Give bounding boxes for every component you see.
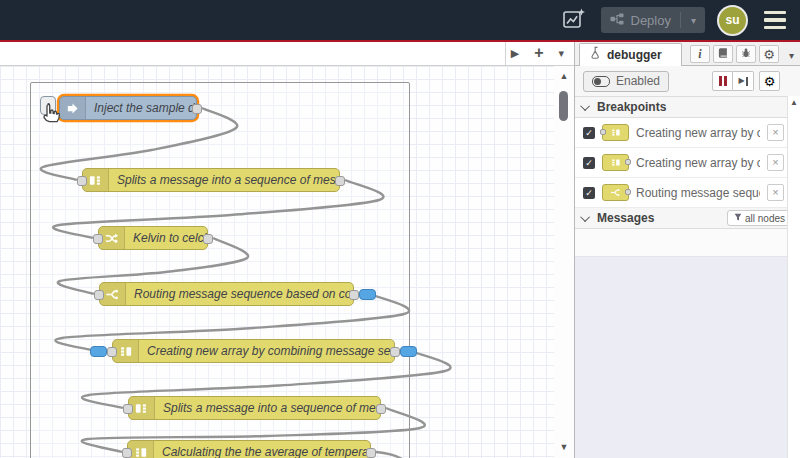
output-port[interactable]: [349, 290, 359, 300]
user-avatar[interactable]: su: [717, 5, 748, 36]
deploy-caret-icon[interactable]: ▾: [688, 15, 699, 26]
port-marker: [600, 129, 606, 135]
debugger-settings-button[interactable]: ⚙: [759, 71, 780, 91]
deploy-label: Deploy: [631, 13, 671, 28]
remove-breakpoint-button[interactable]: ×: [767, 124, 784, 141]
flow-node-split[interactable]: Splits a message into a sequence of mess…: [82, 168, 340, 192]
funnel-icon: [734, 213, 742, 224]
input-port[interactable]: [77, 176, 87, 186]
node-label: Splits a message into a sequence of mess…: [155, 401, 380, 415]
gear-icon: ⚙: [763, 48, 775, 61]
main-menu-button[interactable]: [760, 7, 790, 34]
node-red-app: Deploy ▾ su ▶ + ▾ Inject the sample: [0, 0, 800, 458]
enabled-label: Enabled: [616, 74, 660, 88]
tab-debug-messages[interactable]: [736, 45, 756, 63]
breakpoint-indicator[interactable]: [400, 346, 417, 357]
scroll-down-icon[interactable]: ▼: [554, 442, 574, 452]
workspace: ▶ + ▾ Inject the sample dataSplits a mes…: [0, 42, 575, 458]
sidebar-tabs-caret-icon[interactable]: ▾: [783, 49, 800, 62]
inject-icon: [60, 97, 86, 119]
messages-empty-area: [575, 257, 788, 458]
input-port[interactable]: [122, 448, 132, 458]
scroll-up-icon[interactable]: ▲: [554, 71, 574, 81]
port-marker: [625, 159, 631, 165]
remove-breakpoint-button[interactable]: ×: [767, 154, 784, 171]
flow-canvas[interactable]: Inject the sample dataSplits a message i…: [0, 66, 574, 458]
node-label: Splits a message into a sequence of mess…: [109, 173, 339, 187]
deploy-button[interactable]: Deploy ▾: [601, 7, 706, 33]
breakpoint-checkbox[interactable]: ✓: [583, 127, 595, 139]
output-port[interactable]: [390, 347, 400, 357]
toggle-icon: [592, 76, 610, 87]
flow-node-inject[interactable]: Inject the sample data: [59, 96, 197, 120]
breakpoints-title: Breakpoints: [597, 100, 666, 114]
output-port[interactable]: [366, 448, 376, 458]
deploy-nodes-icon: [610, 11, 624, 29]
filter-all-nodes-button[interactable]: all nodes: [727, 210, 792, 226]
step-icon: ▶: [738, 77, 747, 86]
tab-debugger-label: debugger: [607, 48, 662, 62]
input-port[interactable]: [107, 347, 117, 357]
breakpoint-indicator[interactable]: [90, 346, 107, 357]
input-port[interactable]: [94, 290, 104, 300]
tab-debugger[interactable]: debugger: [579, 43, 682, 66]
scroll-up-icon[interactable]: ▲: [788, 98, 800, 107]
messages-title: Messages: [597, 211, 654, 225]
tabstrip-separator: [505, 42, 506, 65]
sidebar-tabbar: debugger i: [575, 42, 800, 66]
bug-icon: [740, 47, 752, 62]
messages-section-header[interactable]: Messages all nodes: [575, 208, 800, 229]
deploy-separator: [680, 12, 681, 28]
tab-info[interactable]: i: [690, 45, 710, 63]
messages-toolbar-blank: [575, 229, 788, 257]
canvas-scrollbar: ▲ ▼: [554, 66, 574, 458]
flow-node-join[interactable]: Creating new array by combining message …: [112, 339, 395, 363]
node-label: Creating new array by combining message …: [139, 344, 394, 358]
breakpoint-row: ✓Routing message sequence based on condi…: [575, 178, 800, 208]
tab-scroll-right-icon[interactable]: ▶: [509, 48, 521, 59]
breakpoint-label: Creating new array by combining message …: [636, 156, 760, 170]
flow-list-caret-icon[interactable]: ▾: [556, 48, 566, 59]
flow-node-split[interactable]: Splits a message into a sequence of mess…: [128, 396, 381, 420]
join-node-icon: [602, 154, 629, 171]
step-button[interactable]: ▶: [733, 71, 754, 91]
breakpoints-list: ✓Creating new array by combining message…: [575, 118, 800, 208]
debugger-enabled-toggle[interactable]: Enabled: [583, 71, 669, 92]
output-port[interactable]: [192, 104, 202, 114]
flow-node-switch[interactable]: Routing message sequence based on condit…: [99, 282, 354, 306]
book-icon: [717, 47, 729, 62]
node-label: Inject the sample data: [86, 101, 196, 115]
ai-assistant-button[interactable]: [559, 6, 589, 34]
output-port[interactable]: [203, 234, 213, 244]
flow-node-join[interactable]: Calculating the the average of temperatu…: [127, 440, 371, 458]
output-port[interactable]: [335, 176, 345, 186]
sidebar: debugger i: [575, 42, 800, 458]
breakpoint-row: ✓Creating new array by combining message…: [575, 148, 800, 178]
breakpoint-label: Creating new array by combining message …: [636, 126, 760, 140]
menu-icon: [764, 11, 786, 15]
breakpoint-checkbox[interactable]: ✓: [583, 187, 595, 199]
input-port[interactable]: [93, 234, 103, 244]
pause-button[interactable]: [712, 71, 733, 91]
scrollbar-thumb[interactable]: [559, 91, 568, 121]
join-node-icon: [602, 124, 629, 141]
remove-breakpoint-button[interactable]: ×: [767, 184, 784, 201]
tab-help[interactable]: [713, 45, 733, 63]
breakpoints-section-header[interactable]: Breakpoints: [575, 97, 800, 118]
output-port[interactable]: [376, 404, 386, 414]
gear-icon: ⚙: [764, 75, 776, 88]
switch-node-icon: [602, 184, 629, 201]
port-marker: [625, 189, 631, 195]
input-port[interactable]: [123, 404, 133, 414]
header: Deploy ▾ su: [0, 0, 800, 40]
breakpoint-indicator[interactable]: [359, 289, 376, 300]
flow-node-change[interactable]: Kelvin to celcius: [98, 226, 208, 250]
breakpoint-label: Routing message sequence based on condit…: [636, 186, 760, 200]
tab-config-nodes[interactable]: ⚙: [759, 45, 779, 63]
node-label: Routing message sequence based on condit…: [126, 287, 353, 301]
ai-assistant-icon: [561, 6, 587, 35]
breakpoint-checkbox[interactable]: ✓: [583, 157, 595, 169]
add-flow-button[interactable]: +: [532, 45, 545, 61]
debugger-toolbar: Enabled ▶ ⚙: [575, 66, 800, 97]
flow-tabstrip: ▶ + ▾: [0, 42, 574, 66]
